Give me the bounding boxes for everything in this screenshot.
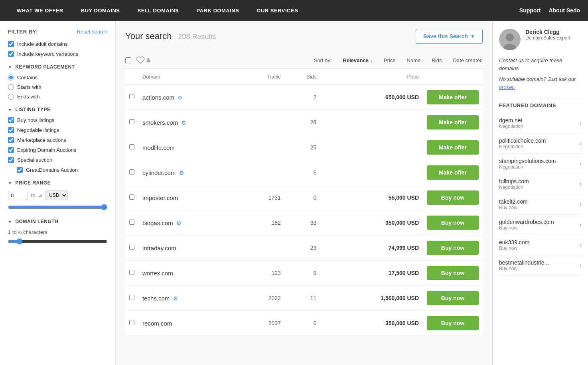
featured-domain-name-8: bestmetalindustrie... — [499, 259, 549, 266]
include-keyword-checkbox[interactable]: Include keyword variations — [8, 51, 107, 57]
featured-item-2[interactable]: politicalchoice.com Negotiation › — [499, 133, 582, 154]
buy-now-button-8[interactable]: Buy now — [427, 266, 479, 280]
domain-settings-icon-9[interactable]: ⚙ — [173, 295, 178, 302]
row-checkbox-9[interactable] — [129, 295, 134, 300]
traffic-cell-10: 2037 — [241, 311, 284, 336]
domain-link-1[interactable]: actions.com — [142, 94, 174, 101]
domain-name-cell-1: actions.com ⚙ — [138, 85, 241, 110]
domain-link-3[interactable]: modlife.com — [142, 144, 175, 151]
currency-select[interactable]: USD EUR GBP — [45, 190, 68, 200]
greatdomains-checkbox[interactable]: GreatDomains Auction — [17, 167, 107, 173]
price-range-section[interactable]: ▼ PRICE RANGE — [8, 180, 107, 186]
row-checkbox-10[interactable] — [129, 320, 134, 325]
sort-bids[interactable]: Bids — [432, 57, 442, 63]
domain-link-4[interactable]: cylinder.com — [142, 169, 176, 176]
radio-starts-with[interactable]: Starts with — [8, 84, 107, 90]
featured-item-3[interactable]: stampingsolutions.com Negotiation › — [499, 154, 582, 174]
marketplace-checkbox[interactable]: Marketplace auctions — [8, 137, 107, 143]
buy-now-button-5[interactable]: Buy now — [427, 190, 479, 205]
special-auction-checkbox[interactable]: Special auction — [8, 157, 107, 163]
make-offer-button-3[interactable]: Make offer — [427, 140, 479, 155]
search-title-group: Your search 208 Results — [125, 31, 216, 41]
domain-name-cell-4: cylinder.com ⚙ — [138, 160, 241, 185]
price-cell-3 — [320, 135, 423, 160]
featured-item-8[interactable]: bestmetalindustrie... Buy now › — [499, 255, 582, 276]
sort-relevance[interactable]: Relevance ↓ — [343, 57, 373, 63]
featured-domain-info-3: stampingsolutions.com Negotiation — [499, 158, 556, 170]
sort-price[interactable]: Price — [384, 57, 396, 63]
featured-item-5[interactable]: takeit2.com Buy now › — [499, 194, 582, 215]
save-search-button[interactable]: Save this Search ▼ — [416, 29, 483, 44]
buy-now-button-6[interactable]: Buy now — [427, 216, 479, 230]
domain-link-6[interactable]: biogas.com — [142, 220, 173, 226]
row-checkbox-8[interactable] — [129, 270, 134, 275]
price-from-input[interactable] — [8, 191, 28, 200]
featured-item-7[interactable]: euk339.com Buy now › — [499, 235, 582, 255]
search-title: Your search — [125, 31, 172, 41]
featured-item-6[interactable]: goldenwardrobes.com Buy now › — [499, 215, 582, 235]
row-checkbox-6[interactable] — [129, 220, 134, 225]
sort-date[interactable]: Date created — [453, 57, 483, 63]
domain-length-slider-input[interactable] — [8, 238, 107, 245]
include-adult-checkbox[interactable]: Include adult domains — [8, 41, 107, 47]
keyword-placement-section[interactable]: ▼ KEYWORD PLACEMENT — [8, 64, 107, 70]
action-cell-5: Buy now — [423, 185, 483, 210]
featured-domains-list: dgem.net Negotiation › politicalchoice.c… — [499, 113, 582, 276]
negotiable-checkbox[interactable]: Negotiable listings — [8, 127, 107, 133]
featured-domain-type-2: Negotiation — [499, 144, 546, 149]
row-checkbox-4[interactable] — [129, 169, 134, 175]
sort-name[interactable]: Name — [407, 57, 421, 63]
nav-support[interactable]: Support — [519, 7, 541, 14]
domain-link-9[interactable]: techs.com — [142, 295, 170, 302]
listing-type-section[interactable]: ▼ LISTING TYPE — [8, 107, 107, 112]
make-offer-button-4[interactable]: Make offer — [427, 165, 479, 180]
featured-item-4[interactable]: fulltrips.com Negotiation › — [499, 174, 582, 194]
nav-our-services[interactable]: OUR SERVICES — [248, 0, 307, 21]
expiring-checkbox[interactable]: Expiring Domain Auctions — [8, 147, 107, 153]
domain-link-2[interactable]: smokers.com — [142, 119, 178, 126]
traffic-cell-6: 182 — [241, 210, 284, 235]
reset-search-link[interactable]: Reset search — [77, 29, 107, 35]
radio-contains[interactable]: Contains — [8, 75, 107, 80]
nav-about[interactable]: About Sedo — [549, 7, 580, 14]
domain-link-10[interactable]: recom.com — [142, 320, 172, 327]
price-slider-max[interactable] — [8, 204, 107, 210]
nav-what-we-offer[interactable]: WHAT WE OFFER — [8, 0, 72, 21]
domain-settings-icon-4[interactable]: ⚙ — [179, 170, 184, 176]
negotiable-label: Negotiable listings — [17, 127, 59, 133]
make-offer-button-1[interactable]: Make offer — [427, 90, 479, 104]
broker-link[interactable]: broker. — [499, 84, 515, 90]
featured-item-1[interactable]: dgem.net Negotiation › — [499, 113, 582, 133]
radio-ends-with[interactable]: Ends with — [8, 94, 107, 100]
heart-lock-icon[interactable] — [136, 56, 151, 65]
domain-settings-icon-1[interactable]: ⚙ — [178, 94, 183, 101]
domain-length-section[interactable]: ▼ DOMAIN LENGTH — [8, 219, 107, 224]
buy-now-button-7[interactable]: Buy now — [427, 241, 479, 255]
select-all-checkbox[interactable] — [125, 57, 131, 63]
row-checkbox-1[interactable] — [129, 94, 134, 99]
nav-buy-domains[interactable]: BUY DOMAINS — [72, 0, 129, 21]
domain-settings-icon-6[interactable]: ⚙ — [176, 220, 182, 226]
make-offer-button-2[interactable]: Make offer — [427, 115, 479, 130]
bids-cell-10: 0 — [285, 311, 320, 336]
table-row: wortex.com 123 9 17,500 USD Buy now — [125, 261, 483, 286]
price-cell-4 — [320, 160, 423, 185]
domain-length-slider — [8, 238, 107, 246]
price-arrow: ▼ — [8, 181, 12, 185]
featured-domain-info-4: fulltrips.com Negotiation — [499, 178, 529, 190]
row-checkbox-3[interactable] — [129, 144, 134, 149]
domain-link-8[interactable]: wortex.com — [142, 270, 173, 277]
nav-sell-domains[interactable]: SELL DOMAINS — [128, 0, 187, 21]
domain-length-arrow: ▼ — [8, 220, 12, 224]
buy-now-checkbox[interactable]: Buy now listings — [8, 117, 107, 123]
row-checkbox-2[interactable] — [129, 119, 134, 124]
domain-link-5[interactable]: imposter.com — [142, 194, 178, 201]
buy-now-button-10[interactable]: Buy now — [427, 316, 479, 330]
row-checkbox-5[interactable] — [129, 194, 134, 200]
nav-park-domains[interactable]: PARK DOMAINS — [187, 0, 248, 21]
domain-settings-icon-2[interactable]: ⚙ — [181, 120, 186, 126]
domain-link-7[interactable]: intraday.com — [142, 245, 176, 251]
row-checkbox-7[interactable] — [129, 245, 134, 250]
buy-now-button-9[interactable]: Buy now — [427, 291, 479, 305]
domain-table: Domain Traffic Bids Price actions.com ⚙ … — [125, 69, 483, 336]
